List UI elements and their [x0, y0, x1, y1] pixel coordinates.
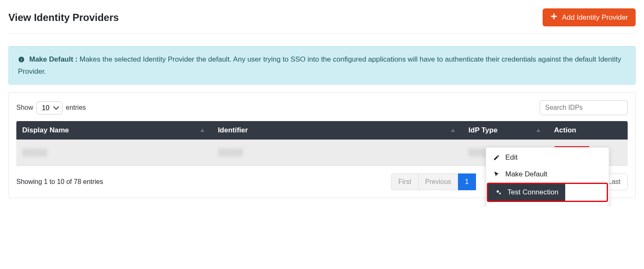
plus-icon — [550, 13, 558, 22]
svg-rect-1 — [551, 16, 557, 17]
info-icon — [18, 55, 25, 66]
page-previous[interactable]: Previous — [418, 173, 458, 190]
show-label: Show — [16, 104, 33, 111]
sort-arrow-icon — [451, 129, 455, 132]
menu-test-connection[interactable]: Test Connection — [488, 184, 565, 201]
svg-point-6 — [499, 193, 501, 194]
col-display-name[interactable]: Display Name — [16, 121, 212, 140]
svg-rect-3 — [21, 59, 21, 61]
cursor-icon — [493, 171, 500, 178]
table-info-text: Showing 1 to 10 of 78 entries — [16, 178, 103, 186]
menu-edit[interactable]: Edit — [486, 149, 609, 166]
menu-show-sso-link[interactable]: Show SSO Link — [486, 202, 609, 207]
page-title: View Identity Providers — [8, 12, 119, 23]
entries-label: entries — [66, 104, 86, 111]
col-action: Action — [548, 121, 628, 140]
col-identifier[interactable]: Identifier — [212, 121, 463, 140]
idp-table-card: Show 10 entries Display Name — [8, 92, 636, 198]
cell-identifier — [218, 148, 243, 157]
add-identity-provider-button[interactable]: Add Identity Provider — [543, 8, 636, 26]
menu-test-connection-highlight: Test Connection — [487, 183, 608, 202]
action-dropdown-menu: Edit Make Default Test Connection — [486, 147, 609, 207]
svg-rect-4 — [21, 58, 21, 58]
sort-arrow-icon — [200, 129, 204, 132]
page-1[interactable]: 1 — [458, 173, 476, 190]
svg-point-5 — [497, 190, 499, 192]
search-input[interactable] — [540, 100, 628, 115]
add-button-label: Add Identity Provider — [562, 13, 628, 22]
info-text: Makes the selected Identity Provider the… — [18, 55, 621, 75]
info-label: Make Default : — [29, 55, 78, 63]
menu-make-default[interactable]: Make Default — [486, 166, 609, 183]
cell-display-name — [22, 148, 47, 157]
page-first[interactable]: First — [391, 173, 418, 190]
info-banner: Make Default : Makes the selected Identi… — [8, 46, 636, 85]
page-size-select[interactable]: 10 — [36, 101, 62, 114]
sort-arrow-icon — [536, 129, 541, 132]
col-idp-type[interactable]: IdP Type — [463, 121, 548, 140]
edit-icon — [493, 154, 500, 161]
gears-icon — [495, 189, 502, 196]
